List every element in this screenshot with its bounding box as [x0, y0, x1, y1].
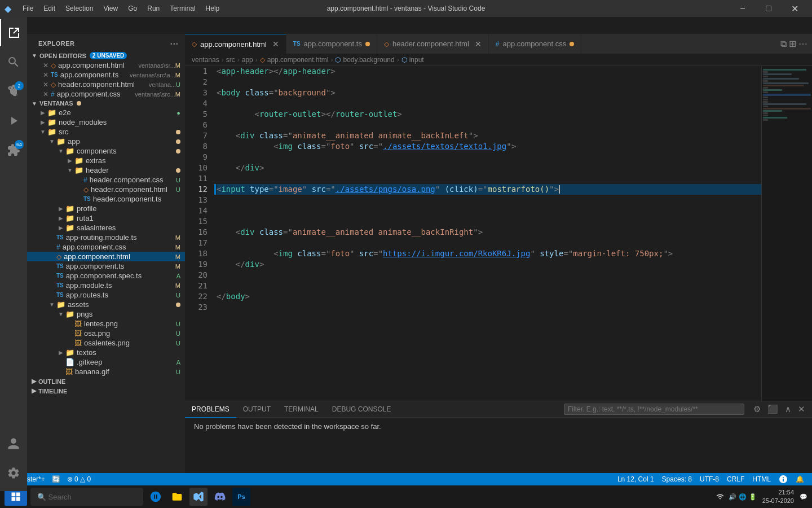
maximize-button[interactable]: □ [756, 0, 782, 17]
taskbar-explorer[interactable] [168, 488, 186, 506]
taskbar-discord[interactable] [211, 488, 229, 506]
tab-app-css[interactable]: # app.component.css [489, 34, 581, 54]
taskbar-volume[interactable]: 🔊 [729, 493, 736, 501]
panel-tab-problems[interactable]: PROBLEMS [185, 401, 236, 418]
open-editor-app-css[interactable]: ✕ # app.component.css ventanas\src... M [27, 89, 185, 99]
status-encoding[interactable]: UTF-8 [696, 473, 722, 485]
sidebar-more-icon[interactable]: ⋯ [170, 38, 179, 49]
code-view[interactable]: 1 2 3 4 5 6 7 8 9 10 11 12 13 14 15 16 1 [185, 66, 812, 401]
file-app-ts[interactable]: ▶ TS app.component.ts M [27, 261, 185, 271]
menu-terminal[interactable]: Terminal [165, 3, 200, 14]
panel-tab-output[interactable]: OUTPUT [236, 401, 277, 418]
breadcrumb-body-bg[interactable]: body.background [343, 56, 394, 64]
file-app-module-ts[interactable]: ▶ TS app.module.ts M [27, 281, 185, 290]
file-header-ts[interactable]: ▶ TS header.component.ts [27, 194, 185, 204]
ventanas-section[interactable]: ▼ VENTANAS [27, 99, 185, 108]
open-editor-header-html[interactable]: ✕ ◇ header.component.html ventana... U [27, 80, 185, 89]
status-language[interactable]: HTML [749, 473, 774, 485]
file-banana-gif[interactable]: ▶ 🖼 banana.gif U [27, 367, 185, 376]
folder-app[interactable]: ▼ 📁 app [27, 137, 185, 146]
taskbar-photoshop[interactable]: Ps [232, 488, 250, 506]
panel-collapse-icon[interactable]: ∧ [783, 403, 793, 415]
menu-go[interactable]: Go [123, 3, 142, 14]
folder-profile[interactable]: ▶ 📁 profile [27, 204, 185, 213]
minimize-button[interactable]: − [730, 0, 756, 17]
taskbar-systray[interactable] [714, 493, 726, 501]
tab-app-html[interactable]: ◇ app.component.html ✕ [185, 34, 286, 54]
file-app-routing[interactable]: ▶ TS app-routing.module.ts M [27, 233, 185, 242]
breadcrumb-app[interactable]: app [242, 56, 253, 64]
breadcrumb-input[interactable]: input [409, 56, 424, 64]
status-errors[interactable]: ⊗ 0 △ 0 [64, 473, 94, 485]
status-notifications[interactable]: 🔔 [792, 473, 807, 485]
timeline-section[interactable]: ▶ TIMELINE [27, 386, 185, 396]
split-editor-icon[interactable]: ⧉ [780, 39, 787, 49]
file-app-routes-ts[interactable]: ▶ TS app.routes.ts U [27, 290, 185, 300]
file-app-html[interactable]: ▶ ◇ app.component.html M [27, 252, 185, 261]
panel-tab-terminal[interactable]: TERMINAL [277, 401, 325, 418]
panel-close-icon[interactable]: ✕ [796, 403, 807, 415]
tab-app-ts[interactable]: TS app.component.ts [286, 34, 377, 54]
filter-input[interactable] [564, 404, 744, 415]
taskbar-search[interactable]: 🔍 Search [30, 488, 143, 506]
breadcrumb-app-html[interactable]: app.component.html [267, 56, 329, 64]
menu-help[interactable]: Help [201, 3, 224, 14]
status-line-col[interactable]: Ln 12, Col 1 [614, 473, 657, 485]
close-button[interactable]: ✕ [782, 0, 807, 17]
menu-selection[interactable]: Selection [61, 3, 98, 14]
tab-header-close-icon[interactable]: ✕ [475, 40, 482, 49]
breadcrumb-ventanas[interactable]: ventanas [192, 56, 219, 64]
folder-ruta1[interactable]: ▶ 📁 ruta1 [27, 213, 185, 223]
panel-maximize-icon[interactable]: ⬛ [765, 403, 780, 415]
folder-header[interactable]: ▼ 📁 header [27, 165, 185, 175]
tab-close-icon[interactable]: ✕ [272, 40, 279, 49]
layout-icon[interactable]: ⊞ [789, 38, 796, 49]
extensions-activity-icon[interactable]: 64 [0, 137, 27, 164]
menu-file[interactable]: File [18, 3, 38, 14]
taskbar-notifications-icon[interactable]: 💬 [800, 493, 807, 501]
file-app-css[interactable]: ▶ # app.component.css M [27, 242, 185, 252]
folder-e2e[interactable]: ▶ 📁 e2e ● [27, 108, 185, 117]
file-gitkeep[interactable]: ▶ 📄 .gitkeep A [27, 357, 185, 367]
close-icon2[interactable]: ✕ [43, 71, 48, 79]
breadcrumb-src[interactable]: src [226, 56, 235, 64]
file-osalentes-png[interactable]: ▶ 🖼 osalentes.png U [27, 338, 185, 348]
file-lentes-png[interactable]: ▶ 🖼 lentes.png U [27, 319, 185, 329]
run-activity-icon[interactable] [0, 107, 27, 134]
outline-section[interactable]: ▶ OUTLINE [27, 376, 185, 386]
taskbar-vscode[interactable] [189, 488, 208, 506]
menu-edit[interactable]: Edit [39, 3, 60, 14]
folder-node-modules[interactable]: ▶ 📁 node_modules [27, 117, 185, 127]
tab-header-html[interactable]: ◇ header.component.html ✕ [377, 34, 489, 54]
folder-textos[interactable]: ▶ 📁 textos [27, 348, 185, 357]
folder-salasinteres[interactable]: ▶ 📁 salasinteres [27, 223, 185, 233]
folder-assets[interactable]: ▼ 📁 assets [27, 300, 185, 309]
open-editors-section[interactable]: ▼ OPEN EDITORS 2 UNSAVED [27, 51, 185, 60]
folder-src[interactable]: ▼ 📁 src [27, 127, 185, 137]
status-spaces[interactable]: Spaces: 8 [659, 473, 695, 485]
account-activity-icon[interactable] [0, 430, 27, 457]
open-editor-app-ts[interactable]: ✕ TS app.component.ts ventanas\src\a... … [27, 70, 185, 80]
close-icon4[interactable]: ✕ [43, 90, 48, 98]
search-activity-icon[interactable] [0, 49, 27, 76]
status-line-ending[interactable]: CRLF [723, 473, 748, 485]
explorer-activity-icon[interactable] [0, 19, 27, 46]
panel-tab-debug-console[interactable]: DEBUG CONSOLE [325, 401, 398, 418]
taskbar-edge[interactable] [147, 488, 165, 506]
code-content[interactable]: <app-header></app-header> <body class="b… [212, 66, 761, 401]
menu-run[interactable]: Run [143, 3, 164, 14]
file-app-spec-ts[interactable]: ▶ TS app.component.spec.ts A [27, 271, 185, 281]
taskbar-network[interactable]: 🌐 [739, 493, 747, 501]
folder-pngs[interactable]: ▼ 📁 pngs [27, 309, 185, 319]
status-sync[interactable]: 🔄 [48, 473, 64, 485]
close-icon[interactable]: ✕ [43, 62, 48, 69]
more-editor-icon[interactable]: ⋯ [798, 38, 807, 49]
status-feedback-icon[interactable] [775, 473, 791, 485]
source-control-activity-icon[interactable]: 2 [0, 78, 27, 105]
file-header-html[interactable]: ▶ ◇ header.component.html U [27, 185, 185, 194]
menu-view[interactable]: View [99, 3, 122, 14]
file-header-css[interactable]: ▶ # header.component.css U [27, 175, 185, 185]
close-icon3[interactable]: ✕ [43, 81, 48, 89]
folder-extras[interactable]: ▶ 📁 extras [27, 156, 185, 165]
taskbar-battery[interactable]: 🔋 [749, 493, 757, 501]
